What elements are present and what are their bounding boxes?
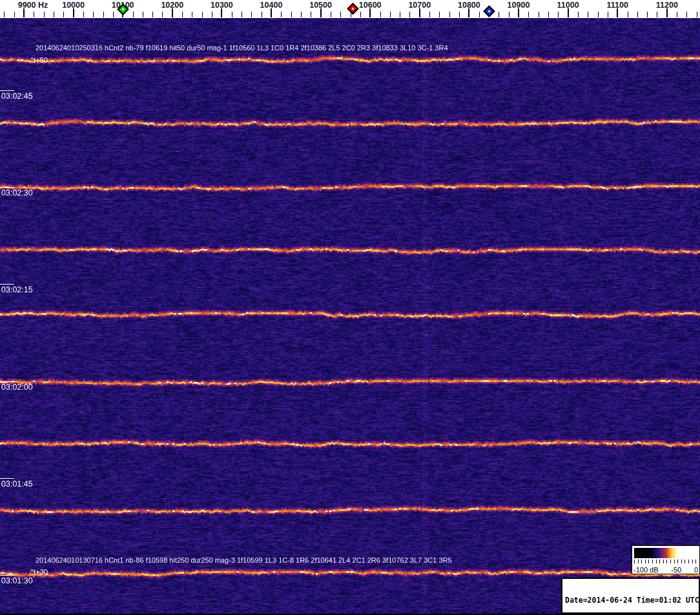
freq-label-11200: 11200 <box>656 1 678 10</box>
freq-minor-tick <box>202 12 203 17</box>
freq-minor-tick <box>539 12 539 17</box>
freq-minor-tick <box>143 12 143 17</box>
freq-minor-tick <box>251 12 252 17</box>
freq-minor-tick <box>578 12 579 17</box>
colorbar-label-mid: -50 <box>671 566 681 574</box>
marker-blue-diamond-icon[interactable] <box>483 5 495 17</box>
colorbar-label-max: 0 <box>694 566 698 574</box>
freq-minor-tick <box>63 12 64 17</box>
time-tag-bottom: ^t+30 <box>30 568 48 576</box>
freq-minor-tick <box>262 12 262 17</box>
freq-major-tick <box>518 8 519 17</box>
freq-minor-tick <box>311 12 311 17</box>
freq-major-tick <box>23 8 25 17</box>
freq-minor-tick <box>647 12 648 17</box>
freq-minor-tick <box>588 12 588 17</box>
time-label-030245: 03:02:45 <box>1 92 33 101</box>
freq-minor-tick <box>628 12 628 17</box>
freq-minor-tick <box>182 12 183 17</box>
marker-center-dot <box>351 7 354 10</box>
freq-minor-tick <box>509 12 510 17</box>
freq-label-9900: 9900 Hz <box>18 1 48 10</box>
time-label-030200: 03:02:00 <box>1 383 33 392</box>
freq-minor-tick <box>103 12 104 17</box>
freq-minor-tick <box>14 12 15 17</box>
time-tag-top: ^t+50 <box>30 56 48 64</box>
freq-minor-tick <box>598 12 599 17</box>
time-label-030215: 03:02:15 <box>1 285 33 294</box>
freq-minor-tick <box>439 12 440 17</box>
freq-minor-tick <box>83 12 84 17</box>
freq-major-tick <box>568 8 569 17</box>
freq-major-tick <box>666 8 668 17</box>
freq-minor-tick <box>281 12 282 17</box>
freq-minor-tick <box>44 12 45 17</box>
freq-minor-tick <box>360 12 361 17</box>
freq-major-tick <box>617 8 618 17</box>
freq-minor-tick <box>459 12 460 17</box>
freq-major-tick <box>419 8 420 17</box>
colorbar-label-min: -100 dB <box>633 566 659 574</box>
freq-minor-tick <box>301 12 302 17</box>
freq-minor-tick <box>212 12 212 17</box>
freq-minor-tick <box>548 12 549 17</box>
freq-label-10600: 10600 <box>359 1 382 10</box>
freq-minor-tick <box>528 12 529 17</box>
freq-minor-tick <box>637 12 638 17</box>
freq-minor-tick <box>113 12 114 17</box>
freq-label-11100: 11100 <box>606 1 628 10</box>
freq-minor-tick <box>331 12 331 17</box>
freq-minor-tick <box>449 12 450 17</box>
freq-label-10900: 10900 <box>508 1 530 10</box>
freq-label-10400: 10400 <box>260 1 283 10</box>
time-label-030230: 03:02:30 <box>1 188 33 197</box>
frequency-axis: 9900 Hz100001010010200103001040010500106… <box>0 0 700 18</box>
freq-minor-tick <box>499 12 499 17</box>
db-color-scale: -100 dB -50 0 <box>632 545 700 574</box>
freq-minor-tick <box>390 12 391 17</box>
station-info-box: Date=2014-06-24 Time=01:02 UTC Freq=143 … <box>561 578 700 614</box>
colorbar-gradient <box>634 548 696 558</box>
freq-minor-tick <box>558 12 559 17</box>
detection-annotation-top: 20140624010250316 hCnt2 nb-79 f10619 hit… <box>36 44 448 52</box>
freq-minor-tick <box>291 12 292 17</box>
marker-center-dot <box>121 8 124 10</box>
freq-major-tick <box>73 8 74 17</box>
freq-minor-tick <box>686 12 687 17</box>
marker-center-dot <box>488 10 490 12</box>
detection-annotation-bottom: 20140624010130716 hCnt1 nb-86 f10598 hit… <box>36 556 452 564</box>
time-label-030130: 03:01:30 <box>1 576 33 585</box>
marker-red-diamond-icon[interactable] <box>347 3 358 14</box>
freq-major-tick <box>271 8 272 17</box>
freq-minor-tick <box>152 12 153 17</box>
freq-minor-tick <box>242 12 242 17</box>
freq-minor-tick <box>4 12 5 17</box>
freq-minor-tick <box>380 12 381 17</box>
freq-minor-tick <box>192 12 192 17</box>
freq-minor-tick <box>340 12 341 17</box>
freq-minor-tick <box>479 12 480 17</box>
freq-major-tick <box>369 8 371 17</box>
freq-minor-tick <box>54 12 54 17</box>
freq-major-tick <box>320 8 322 17</box>
info-date-line: Date=2014-06-24 Time=01:02 UTC <box>565 596 699 605</box>
freq-minor-tick <box>697 12 697 17</box>
freq-label-10200: 10200 <box>161 1 183 10</box>
freq-minor-tick <box>400 12 400 17</box>
time-label-030145: 03:01:45 <box>1 479 33 489</box>
freq-minor-tick <box>133 12 134 17</box>
freq-minor-tick <box>677 12 677 17</box>
freq-major-tick <box>221 8 222 17</box>
freq-minor-tick <box>232 12 232 17</box>
freq-minor-tick <box>34 12 34 17</box>
colorbar-ticks <box>634 560 697 563</box>
freq-major-tick <box>468 8 469 17</box>
freq-label-10700: 10700 <box>408 1 431 10</box>
freq-label-10000: 10000 <box>62 1 85 10</box>
spectrogram-canvas <box>0 0 700 615</box>
freq-minor-tick <box>162 12 163 17</box>
freq-label-10500: 10500 <box>309 1 332 10</box>
freq-label-10800: 10800 <box>458 1 480 10</box>
freq-minor-tick <box>429 12 430 17</box>
spectrogram-app: 9900 Hz100001010010200103001040010500106… <box>0 0 700 615</box>
